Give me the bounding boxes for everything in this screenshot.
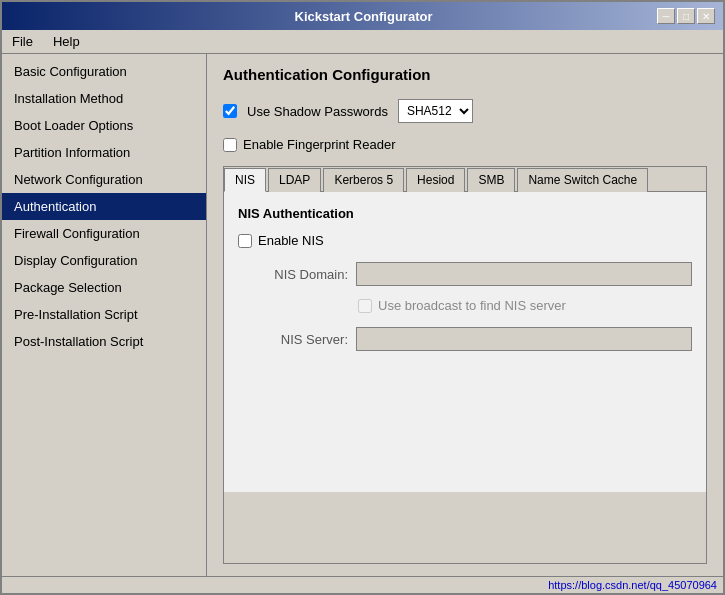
fingerprint-row: Enable Fingerprint Reader (223, 137, 707, 152)
sidebar-item-display-configuration[interactable]: Display Configuration (2, 247, 206, 274)
tab-nis-content: NIS Authentication Enable NIS NIS Domain… (224, 192, 706, 492)
sidebar-item-pre-installation-script[interactable]: Pre-Installation Script (2, 301, 206, 328)
sidebar-item-post-installation-script[interactable]: Post-Installation Script (2, 328, 206, 355)
window-title: Kickstart Configurator (70, 9, 657, 24)
use-broadcast-checkbox[interactable] (358, 299, 372, 313)
use-broadcast-label: Use broadcast to find NIS server (378, 298, 566, 313)
footer-url: https://blog.csdn.net/qq_45070964 (548, 579, 717, 591)
sidebar-item-authentication[interactable]: Authentication (2, 193, 206, 220)
main-window: Kickstart Configurator ─ □ ✕ File Help B… (0, 0, 725, 595)
window-controls: ─ □ ✕ (657, 8, 715, 24)
sidebar-item-partition-information[interactable]: Partition Information (2, 139, 206, 166)
use-shadow-passwords-label: Use Shadow Passwords (247, 104, 388, 119)
title-bar: Kickstart Configurator ─ □ ✕ (2, 2, 723, 30)
tab-nis[interactable]: NIS (224, 168, 266, 192)
tab-smb[interactable]: SMB (467, 168, 515, 192)
sidebar: Basic Configuration Installation Method … (2, 54, 207, 576)
nis-domain-input[interactable] (356, 262, 692, 286)
nis-domain-label: NIS Domain: (238, 267, 348, 282)
sidebar-item-boot-loader-options[interactable]: Boot Loader Options (2, 112, 206, 139)
tab-hesiod[interactable]: Hesiod (406, 168, 465, 192)
tabs-container: NIS LDAP Kerberos 5 Hesiod SMB Name Swit… (223, 166, 707, 564)
enable-fingerprint-label: Enable Fingerprint Reader (243, 137, 395, 152)
sidebar-item-package-selection[interactable]: Package Selection (2, 274, 206, 301)
enable-nis-row: Enable NIS (238, 233, 692, 248)
enable-nis-label: Enable NIS (258, 233, 324, 248)
sidebar-item-firewall-configuration[interactable]: Firewall Configuration (2, 220, 206, 247)
shadow-passwords-row: Use Shadow Passwords SHA512 MD5 SHA256 (223, 99, 707, 123)
panel-title: Authentication Configuration (223, 66, 707, 83)
sidebar-item-network-configuration[interactable]: Network Configuration (2, 166, 206, 193)
tab-kerberos5[interactable]: Kerberos 5 (323, 168, 404, 192)
menubar: File Help (2, 30, 723, 54)
maximize-button[interactable]: □ (677, 8, 695, 24)
enable-fingerprint-checkbox[interactable] (223, 138, 237, 152)
menu-help[interactable]: Help (47, 32, 86, 51)
nis-server-row: NIS Server: (238, 327, 692, 351)
minimize-button[interactable]: ─ (657, 8, 675, 24)
nis-section-title: NIS Authentication (238, 206, 692, 221)
tab-ldap[interactable]: LDAP (268, 168, 321, 192)
footer-bar: https://blog.csdn.net/qq_45070964 (2, 576, 723, 593)
nis-server-input[interactable] (356, 327, 692, 351)
nis-domain-row: NIS Domain: (238, 262, 692, 286)
tabs-bar: NIS LDAP Kerberos 5 Hesiod SMB Name Swit… (224, 167, 706, 192)
enable-nis-checkbox[interactable] (238, 234, 252, 248)
main-panel: Authentication Configuration Use Shadow … (207, 54, 723, 576)
sha512-select[interactable]: SHA512 MD5 SHA256 (398, 99, 473, 123)
use-shadow-passwords-checkbox[interactable] (223, 104, 237, 118)
content-area: Basic Configuration Installation Method … (2, 54, 723, 576)
sidebar-item-basic-configuration[interactable]: Basic Configuration (2, 58, 206, 85)
sidebar-item-installation-method[interactable]: Installation Method (2, 85, 206, 112)
menu-file[interactable]: File (6, 32, 39, 51)
nis-server-label: NIS Server: (238, 332, 348, 347)
use-broadcast-row: Use broadcast to find NIS server (358, 298, 692, 313)
close-button[interactable]: ✕ (697, 8, 715, 24)
tab-name-switch-cache[interactable]: Name Switch Cache (517, 168, 648, 192)
